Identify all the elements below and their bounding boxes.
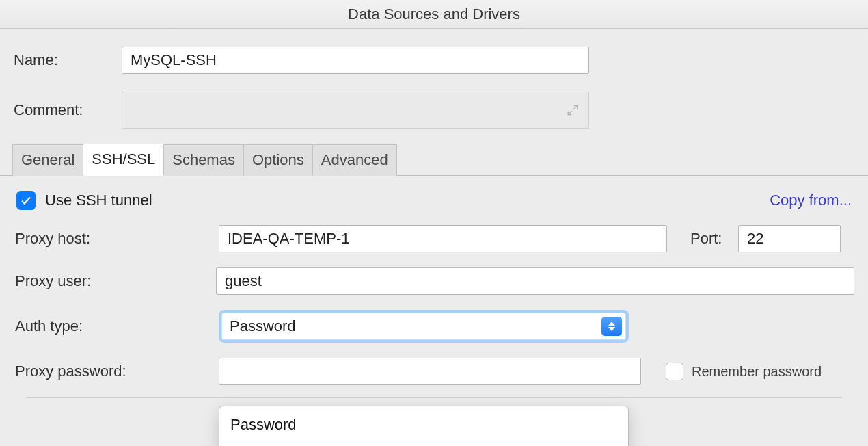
use-ssh-tunnel-checkbox[interactable]	[16, 191, 36, 210]
window: Data Sources and Drivers Name: Comment: …	[0, 0, 868, 446]
auth-option-keypair[interactable]: Key pair (OpenSSH or PuTTY)	[219, 439, 628, 446]
tab-options[interactable]: Options	[244, 144, 313, 176]
proxy-password-label: Proxy password:	[14, 363, 219, 380]
proxy-host-input[interactable]	[219, 225, 667, 252]
copy-from-link[interactable]: Copy from...	[770, 192, 852, 209]
auth-option-password[interactable]: Password	[219, 410, 628, 439]
tab-schemas[interactable]: Schemas	[164, 144, 244, 176]
tab-content-ssh: Use SSH tunnel Copy from... Proxy host: …	[0, 176, 868, 413]
auth-type-selected-value: Password	[230, 317, 296, 335]
dialog-title-text: Data Sources and Drivers	[348, 5, 520, 23]
auth-type-dropdown: Password Key pair (OpenSSH or PuTTY) Ope…	[219, 406, 629, 446]
tab-bar: General SSH/SSL Schemas Options Advanced	[0, 145, 868, 176]
remember-password-label: Remember password	[692, 364, 822, 380]
use-ssh-tunnel-label: Use SSH tunnel	[45, 192, 152, 209]
port-input[interactable]	[738, 225, 841, 252]
chevron-up-down-icon	[601, 317, 622, 336]
proxy-user-input[interactable]	[216, 267, 854, 295]
name-label: Name:	[14, 51, 122, 69]
remember-password-checkbox[interactable]	[666, 363, 683, 380]
tab-general[interactable]: General	[12, 144, 83, 176]
proxy-host-label: Proxy host:	[14, 230, 219, 248]
comment-label: Comment:	[14, 101, 122, 119]
header-form: Name: Comment:	[0, 29, 868, 145]
port-label: Port:	[690, 230, 738, 248]
separator	[26, 397, 842, 398]
tab-advanced[interactable]: Advanced	[313, 144, 397, 176]
dialog-title: Data Sources and Drivers	[0, 0, 868, 29]
expand-icon[interactable]	[567, 104, 579, 116]
proxy-user-label: Proxy user:	[14, 272, 216, 290]
name-input[interactable]	[122, 47, 589, 74]
tab-ssh-ssl[interactable]: SSH/SSL	[83, 144, 164, 176]
comment-input[interactable]	[122, 92, 589, 129]
proxy-password-input[interactable]	[219, 358, 641, 385]
auth-type-label: Auth type:	[14, 317, 219, 335]
auth-type-select[interactable]: Password	[219, 310, 629, 343]
